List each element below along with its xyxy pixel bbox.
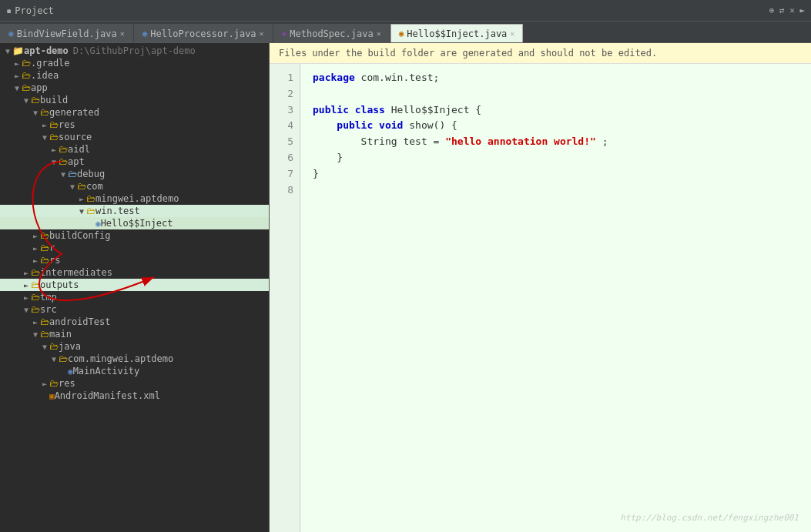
tree-label-apt-demo: apt-demo <box>24 45 69 56</box>
tree-label-rs: rs <box>49 255 60 266</box>
arrow-res-main: ► <box>40 380 49 388</box>
tree-item-aidl[interactable]: ► 🗁 aidl <box>0 143 269 156</box>
tree-label-idea: .idea <box>31 70 59 81</box>
folder-icon-r: 🗁 <box>40 243 49 253</box>
tree-item-rs[interactable]: ► 🗁 rs <box>0 254 269 266</box>
tree-item-com[interactable]: ▼ 🗁 com <box>0 180 269 192</box>
tab-close-hello-processor[interactable]: ✕ <box>260 29 264 38</box>
tree-item-mainactivity[interactable]: ◉ MainActivity <box>0 365 269 377</box>
tree-item-app[interactable]: ▼ 🗁 app <box>0 82 269 94</box>
tree-item-com-mingwei[interactable]: ▼ 🗁 com.mingwei.aptdemo <box>0 353 269 365</box>
folder-icon-buildconfig: 🗁 <box>40 230 49 241</box>
tree-item-source[interactable]: ▼ 🗁 source <box>0 131 269 143</box>
file-icon-hello-inject: ◉ <box>96 219 101 229</box>
arrow-r: ► <box>31 244 40 253</box>
arrow-main: ▼ <box>31 330 40 339</box>
warning-text: Files under the build folder are generat… <box>279 48 657 59</box>
tree-label-build: build <box>40 95 68 105</box>
tree-label-win-test: win.test <box>96 206 140 216</box>
tree-item-generated[interactable]: ▼ 🗁 generated <box>0 106 269 119</box>
tab-icon-method-spec: ◈ <box>282 28 287 38</box>
tree-label-res: res <box>59 119 75 130</box>
arrow-win-test: ▼ <box>77 207 86 216</box>
arrow-mingwei: ► <box>77 195 86 203</box>
tree-item-outputs[interactable]: ► 🗁 outputs <box>0 279 269 291</box>
tree-item-androidtest[interactable]: ► 🗁 androidTest <box>0 316 269 328</box>
tree-label-android-manifest: AndroidManifest.xml <box>55 390 160 401</box>
code-body[interactable]: package com.win.test; public class Hello… <box>300 64 811 532</box>
folder-icon-debug: 🗁 <box>68 169 77 179</box>
folder-icon-intermediates: 🗁 <box>31 267 40 278</box>
folder-icon-aidl: 🗁 <box>59 144 68 155</box>
arrow-androidtest: ► <box>31 318 40 326</box>
tree-path-apt-demo: D:\GithubProj\apt-demo <box>73 45 196 56</box>
line-numbers: 1 2 3 4 5 6 7 8 <box>270 64 300 532</box>
tree-label-buildconfig: buildConfig <box>49 230 110 241</box>
tree-item-debug[interactable]: ▼ 🗁 debug <box>0 168 269 180</box>
tab-close-bind-view[interactable]: ✕ <box>120 29 125 38</box>
arrow-gradle: ► <box>12 59 22 68</box>
warning-bar: Files under the build folder are generat… <box>270 43 811 64</box>
tab-method-spec[interactable]: ◈ MethodSpec.java ✕ <box>273 24 390 42</box>
tab-hello-processor[interactable]: ◉ HelloProcessor.java ✕ <box>134 24 273 42</box>
tab-hello-inject[interactable]: ◉ Hello$$Inject.java ✕ <box>390 24 524 42</box>
tab-icon-hello-inject: ◉ <box>399 28 404 38</box>
tree-label-r: r <box>49 243 55 253</box>
code-content[interactable]: 1 2 3 4 5 6 7 8 package com.win.test; pu… <box>270 64 811 532</box>
tree-item-gradle[interactable]: ► 🗁 .gradle <box>0 57 269 69</box>
tab-close-hello-inject[interactable]: ✕ <box>510 29 514 38</box>
tree-item-main[interactable]: ▼ 🗁 main <box>0 328 269 340</box>
tab-icon-bind-view: ◉ <box>8 28 14 38</box>
tree-item-build[interactable]: ▼ 🗁 build <box>0 94 269 106</box>
title-bar-text: Project <box>15 5 54 16</box>
tree-label-app: app <box>31 82 48 93</box>
tree-label-mainactivity: MainActivity <box>73 366 140 376</box>
arrow-debug: ▼ <box>59 170 68 179</box>
tree-item-apt-demo[interactable]: ▼ 📁 apt-demo D:\GithubProj\apt-demo <box>0 45 269 57</box>
folder-icon-outputs: 🗁 <box>31 279 40 290</box>
code-editor: Files under the build folder are generat… <box>270 43 811 532</box>
tree-item-java[interactable]: ▼ 🗁 java <box>0 340 269 353</box>
folder-icon-res-main: 🗁 <box>49 378 59 389</box>
tree-item-res-main[interactable]: ► 🗁 res <box>0 377 269 390</box>
tree-item-r[interactable]: ► 🗁 r <box>0 242 269 254</box>
tree-item-tmp[interactable]: ► 🗁 tmp <box>0 291 269 303</box>
tab-bind-view-field[interactable]: ◉ BindViewField.java ✕ <box>0 24 133 42</box>
arrow-generated: ▼ <box>31 109 40 117</box>
tree-item-intermediates[interactable]: ► 🗁 intermediates <box>0 266 269 279</box>
tree-label-gradle: .gradle <box>31 58 70 69</box>
tree-item-mingwei-aptdemo[interactable]: ► 🗁 mingwei.aptdemo <box>0 192 269 205</box>
arrow-com: ▼ <box>68 182 77 191</box>
arrow-aidl: ► <box>49 146 59 154</box>
arrow-intermediates: ► <box>22 269 31 277</box>
folder-icon-rs: 🗁 <box>40 255 49 266</box>
tree-item-res[interactable]: ► 🗁 res <box>0 119 269 131</box>
tree-item-hello-inject-file[interactable]: ◉ Hello$$Inject <box>0 217 269 229</box>
tree-label-mingwei: mingwei.aptdemo <box>96 193 179 204</box>
watermark: http://blog.csdn.net/fengxingzhe001 <box>620 513 799 523</box>
main-content: ▼ 📁 apt-demo D:\GithubProj\apt-demo ► 🗁 … <box>0 43 811 532</box>
tree-label-aidl: aidl <box>68 144 90 155</box>
tree-item-android-manifest[interactable]: ▣ AndroidManifest.xml <box>0 390 269 402</box>
folder-icon-apt: 🗁 <box>59 156 68 167</box>
folder-icon-gradle: 🗁 <box>22 58 31 69</box>
folder-icon-res: 🗁 <box>49 119 59 130</box>
tree-item-buildconfig[interactable]: ► 🗁 buildConfig <box>0 229 269 242</box>
arrow-apt-demo: ▼ <box>3 47 12 55</box>
tab-icon-hello-processor: ◉ <box>142 28 148 38</box>
tree-label-intermediates: intermediates <box>40 267 112 278</box>
tree-label-com-mingwei: com.mingwei.aptdemo <box>68 353 173 364</box>
tree-label-androidtest: androidTest <box>49 316 110 327</box>
tree-label-generated: generated <box>49 107 99 118</box>
title-bar-icon: ▪ <box>6 5 12 16</box>
tree-item-apt[interactable]: ▼ 🗁 apt <box>0 156 269 168</box>
folder-icon-build: 🗁 <box>31 95 40 105</box>
tree-item-win-test[interactable]: ▼ 🗁 win.test <box>0 205 269 217</box>
folder-icon-mingwei: 🗁 <box>86 193 96 204</box>
folder-icon-app: 🗁 <box>22 82 31 93</box>
tree-item-src[interactable]: ▼ 🗁 src <box>0 303 269 316</box>
tree-label-tmp: tmp <box>40 292 57 303</box>
folder-icon-src: 🗁 <box>31 304 40 315</box>
tree-item-idea[interactable]: ► 🗁 .idea <box>0 69 269 82</box>
tab-close-method-spec[interactable]: ✕ <box>377 29 381 38</box>
